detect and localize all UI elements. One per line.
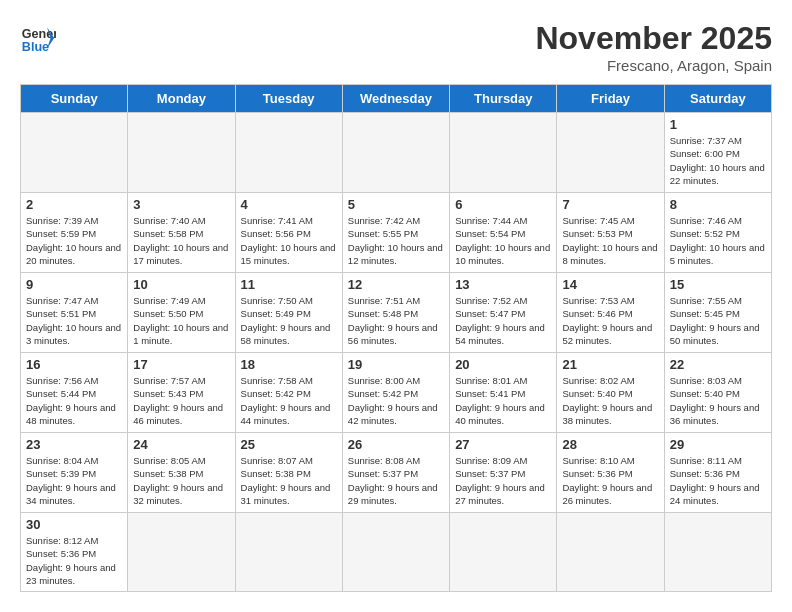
day-number: 11 [241,277,337,292]
location-subtitle: Frescano, Aragon, Spain [535,57,772,74]
calendar-cell [235,513,342,592]
calendar-cell: 11Sunrise: 7:50 AM Sunset: 5:49 PM Dayli… [235,273,342,353]
day-number: 30 [26,517,122,532]
calendar-cell: 3Sunrise: 7:40 AM Sunset: 5:58 PM Daylig… [128,193,235,273]
day-header-tuesday: Tuesday [235,85,342,113]
day-number: 27 [455,437,551,452]
day-info: Sunrise: 8:04 AM Sunset: 5:39 PM Dayligh… [26,454,122,507]
days-header: SundayMondayTuesdayWednesdayThursdayFrid… [21,85,772,113]
day-number: 23 [26,437,122,452]
calendar-week-5: 23Sunrise: 8:04 AM Sunset: 5:39 PM Dayli… [21,433,772,513]
day-info: Sunrise: 8:09 AM Sunset: 5:37 PM Dayligh… [455,454,551,507]
calendar-cell [128,113,235,193]
day-header-saturday: Saturday [664,85,771,113]
calendar-cell: 4Sunrise: 7:41 AM Sunset: 5:56 PM Daylig… [235,193,342,273]
calendar-cell: 21Sunrise: 8:02 AM Sunset: 5:40 PM Dayli… [557,353,664,433]
day-number: 28 [562,437,658,452]
calendar-week-6: 30Sunrise: 8:12 AM Sunset: 5:36 PM Dayli… [21,513,772,592]
day-number: 29 [670,437,766,452]
calendar-cell: 22Sunrise: 8:03 AM Sunset: 5:40 PM Dayli… [664,353,771,433]
month-year-title: November 2025 [535,20,772,57]
calendar-cell: 14Sunrise: 7:53 AM Sunset: 5:46 PM Dayli… [557,273,664,353]
calendar-cell: 15Sunrise: 7:55 AM Sunset: 5:45 PM Dayli… [664,273,771,353]
day-info: Sunrise: 8:11 AM Sunset: 5:36 PM Dayligh… [670,454,766,507]
calendar-cell: 8Sunrise: 7:46 AM Sunset: 5:52 PM Daylig… [664,193,771,273]
calendar-cell: 2Sunrise: 7:39 AM Sunset: 5:59 PM Daylig… [21,193,128,273]
day-number: 1 [670,117,766,132]
calendar-week-3: 9Sunrise: 7:47 AM Sunset: 5:51 PM Daylig… [21,273,772,353]
day-info: Sunrise: 7:57 AM Sunset: 5:43 PM Dayligh… [133,374,229,427]
calendar-cell: 28Sunrise: 8:10 AM Sunset: 5:36 PM Dayli… [557,433,664,513]
calendar-cell: 17Sunrise: 7:57 AM Sunset: 5:43 PM Dayli… [128,353,235,433]
day-header-sunday: Sunday [21,85,128,113]
day-number: 17 [133,357,229,372]
calendar-cell: 24Sunrise: 8:05 AM Sunset: 5:38 PM Dayli… [128,433,235,513]
day-info: Sunrise: 7:45 AM Sunset: 5:53 PM Dayligh… [562,214,658,267]
calendar-cell: 10Sunrise: 7:49 AM Sunset: 5:50 PM Dayli… [128,273,235,353]
calendar-table: SundayMondayTuesdayWednesdayThursdayFrid… [20,84,772,592]
day-number: 26 [348,437,444,452]
day-header-wednesday: Wednesday [342,85,449,113]
day-info: Sunrise: 7:58 AM Sunset: 5:42 PM Dayligh… [241,374,337,427]
title-block: November 2025 Frescano, Aragon, Spain [535,20,772,74]
day-number: 8 [670,197,766,212]
day-info: Sunrise: 8:12 AM Sunset: 5:36 PM Dayligh… [26,534,122,587]
day-number: 9 [26,277,122,292]
day-info: Sunrise: 8:02 AM Sunset: 5:40 PM Dayligh… [562,374,658,427]
calendar-cell [128,513,235,592]
day-number: 25 [241,437,337,452]
calendar-cell: 1Sunrise: 7:37 AM Sunset: 6:00 PM Daylig… [664,113,771,193]
day-info: Sunrise: 8:08 AM Sunset: 5:37 PM Dayligh… [348,454,444,507]
calendar-cell [21,113,128,193]
day-header-friday: Friday [557,85,664,113]
logo: General Blue [20,20,56,56]
day-info: Sunrise: 7:52 AM Sunset: 5:47 PM Dayligh… [455,294,551,347]
day-number: 4 [241,197,337,212]
calendar-week-1: 1Sunrise: 7:37 AM Sunset: 6:00 PM Daylig… [21,113,772,193]
day-info: Sunrise: 8:10 AM Sunset: 5:36 PM Dayligh… [562,454,658,507]
calendar-cell: 12Sunrise: 7:51 AM Sunset: 5:48 PM Dayli… [342,273,449,353]
calendar-cell [664,513,771,592]
day-header-monday: Monday [128,85,235,113]
day-info: Sunrise: 7:53 AM Sunset: 5:46 PM Dayligh… [562,294,658,347]
calendar-cell: 30Sunrise: 8:12 AM Sunset: 5:36 PM Dayli… [21,513,128,592]
day-info: Sunrise: 8:05 AM Sunset: 5:38 PM Dayligh… [133,454,229,507]
calendar-cell: 29Sunrise: 8:11 AM Sunset: 5:36 PM Dayli… [664,433,771,513]
calendar-cell [342,513,449,592]
calendar-cell: 6Sunrise: 7:44 AM Sunset: 5:54 PM Daylig… [450,193,557,273]
day-info: Sunrise: 7:50 AM Sunset: 5:49 PM Dayligh… [241,294,337,347]
logo-icon: General Blue [20,20,56,56]
day-number: 5 [348,197,444,212]
day-number: 6 [455,197,551,212]
day-info: Sunrise: 8:03 AM Sunset: 5:40 PM Dayligh… [670,374,766,427]
day-number: 16 [26,357,122,372]
day-info: Sunrise: 7:44 AM Sunset: 5:54 PM Dayligh… [455,214,551,267]
page-header: General Blue November 2025 Frescano, Ara… [20,20,772,74]
calendar-cell: 5Sunrise: 7:42 AM Sunset: 5:55 PM Daylig… [342,193,449,273]
day-info: Sunrise: 7:46 AM Sunset: 5:52 PM Dayligh… [670,214,766,267]
calendar-body: 1Sunrise: 7:37 AM Sunset: 6:00 PM Daylig… [21,113,772,592]
svg-text:Blue: Blue [22,40,49,54]
day-info: Sunrise: 7:42 AM Sunset: 5:55 PM Dayligh… [348,214,444,267]
day-number: 20 [455,357,551,372]
calendar-cell: 18Sunrise: 7:58 AM Sunset: 5:42 PM Dayli… [235,353,342,433]
day-info: Sunrise: 8:07 AM Sunset: 5:38 PM Dayligh… [241,454,337,507]
calendar-cell [557,113,664,193]
calendar-cell: 13Sunrise: 7:52 AM Sunset: 5:47 PM Dayli… [450,273,557,353]
day-number: 19 [348,357,444,372]
calendar-cell [235,113,342,193]
day-info: Sunrise: 7:37 AM Sunset: 6:00 PM Dayligh… [670,134,766,187]
calendar-week-4: 16Sunrise: 7:56 AM Sunset: 5:44 PM Dayli… [21,353,772,433]
calendar-cell: 7Sunrise: 7:45 AM Sunset: 5:53 PM Daylig… [557,193,664,273]
calendar-cell: 26Sunrise: 8:08 AM Sunset: 5:37 PM Dayli… [342,433,449,513]
day-number: 3 [133,197,229,212]
calendar-cell: 25Sunrise: 8:07 AM Sunset: 5:38 PM Dayli… [235,433,342,513]
day-number: 7 [562,197,658,212]
calendar-cell: 19Sunrise: 8:00 AM Sunset: 5:42 PM Dayli… [342,353,449,433]
calendar-cell: 16Sunrise: 7:56 AM Sunset: 5:44 PM Dayli… [21,353,128,433]
calendar-cell [450,113,557,193]
calendar-cell: 23Sunrise: 8:04 AM Sunset: 5:39 PM Dayli… [21,433,128,513]
day-number: 24 [133,437,229,452]
day-number: 22 [670,357,766,372]
day-info: Sunrise: 7:40 AM Sunset: 5:58 PM Dayligh… [133,214,229,267]
